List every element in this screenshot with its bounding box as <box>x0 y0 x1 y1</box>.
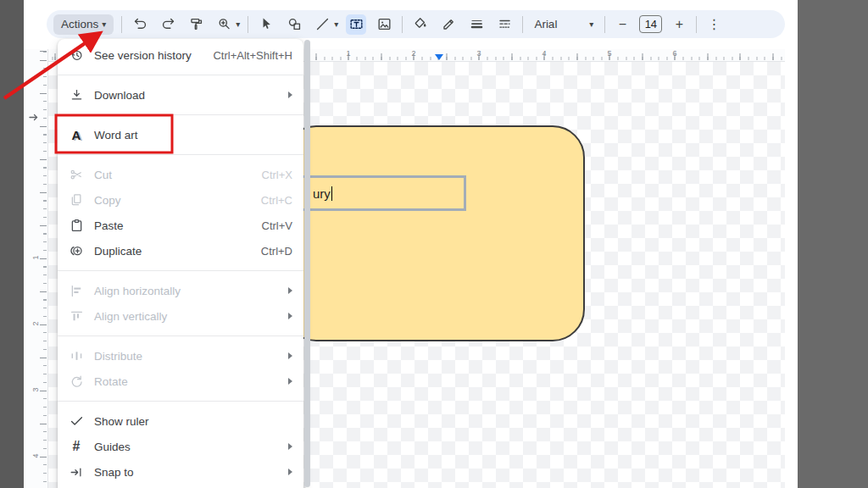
download-icon <box>68 86 85 103</box>
v-ruler-number: 1 <box>31 255 40 259</box>
menu-item-download[interactable]: Download <box>58 82 303 108</box>
google-drawing-app: ury 1 2 3 4 5 6 1 2 3 4 Actions ▾ ▾ <box>0 0 868 488</box>
rounded-rectangle-shape[interactable] <box>284 125 585 341</box>
menu-item-label: Download <box>94 89 281 102</box>
scissors-icon <box>68 166 85 183</box>
menu-shortcut: Ctrl+X <box>262 169 292 181</box>
border-weight-icon <box>469 16 485 32</box>
align-horizontal-icon <box>68 282 85 299</box>
redo-button[interactable] <box>158 14 178 35</box>
guides-glyph: # <box>73 440 81 453</box>
menu-divider <box>58 75 303 75</box>
v-ruler-number: 2 <box>31 321 40 325</box>
menu-item-show-ruler[interactable]: Show ruler <box>58 408 303 434</box>
rotate-icon <box>68 373 85 390</box>
line-tool[interactable]: ▾ <box>312 14 338 35</box>
copy-icon <box>68 191 85 208</box>
toolbar-divider <box>248 16 248 33</box>
actions-label: Actions <box>61 18 98 30</box>
menu-item-label: Duplicate <box>94 245 261 258</box>
align-vertical-icon <box>68 308 85 324</box>
menu-item-distribute[interactable]: Distribute <box>58 343 303 369</box>
menu-item-label: See version history <box>94 49 213 62</box>
menu-item-rotate[interactable]: Rotate <box>58 369 303 394</box>
textbox-text[interactable]: ury <box>313 186 332 201</box>
menu-item-word-art[interactable]: A Word art <box>58 122 303 147</box>
text-box-icon <box>348 16 364 32</box>
menu-item-label: Word art <box>94 129 292 141</box>
menu-item-duplicate[interactable]: Duplicate Ctrl+D <box>58 238 303 263</box>
border-dash-button[interactable] <box>494 14 515 35</box>
menu-item-label: Rotate <box>94 375 281 388</box>
v-ruler-position-marker <box>29 109 39 125</box>
caret-down-icon: ▾ <box>236 20 240 29</box>
shape-tool-button[interactable] <box>284 14 304 35</box>
undo-button[interactable] <box>130 14 150 35</box>
fill-color-button[interactable] <box>410 14 431 35</box>
h-ruler-number: 2 <box>411 49 415 58</box>
paint-bucket-icon <box>413 16 429 32</box>
submenu-arrow-icon <box>288 443 292 450</box>
menu-item-label: Cut <box>94 169 262 181</box>
pencil-icon <box>441 16 457 32</box>
right-letterbox <box>798 0 868 488</box>
shape-icon <box>287 16 303 32</box>
h-ruler-number: 5 <box>607 49 611 58</box>
zoom-tool[interactable]: ▾ <box>214 14 240 35</box>
snap-to-icon <box>68 463 85 480</box>
v-ruler-number: 3 <box>31 387 40 391</box>
border-weight-button[interactable] <box>466 14 487 35</box>
duplicate-icon <box>68 242 85 259</box>
menu-shortcut: Ctrl+Alt+Shift+H <box>213 49 292 62</box>
left-letterbox <box>0 0 24 488</box>
insert-image-button[interactable] <box>374 14 394 35</box>
cursor-icon <box>259 16 275 32</box>
menu-divider <box>58 154 303 155</box>
submenu-arrow-icon <box>288 352 292 359</box>
menu-item-copy[interactable]: Copy Ctrl+C <box>58 187 303 213</box>
menu-item-align-horizontally[interactable]: Align horizontally <box>58 278 303 303</box>
increase-font-size-button[interactable]: + <box>670 14 688 35</box>
menu-item-cut[interactable]: Cut Ctrl+X <box>58 162 303 187</box>
font-size-input[interactable]: 14 <box>639 15 662 33</box>
line-tool-button[interactable] <box>312 14 332 35</box>
menu-item-guides[interactable]: # Guides <box>58 434 303 459</box>
redo-icon <box>160 16 176 32</box>
clipboard-icon <box>68 217 85 234</box>
paint-format-button[interactable] <box>186 14 206 35</box>
h-ruler-number: 1 <box>346 49 350 58</box>
caret-down-icon: ▾ <box>102 20 106 29</box>
distribute-icon <box>68 347 85 364</box>
menu-item-align-vertically[interactable]: Align vertically <box>58 303 303 329</box>
text-box-tool-button[interactable] <box>346 14 366 35</box>
menu-divider <box>58 401 303 402</box>
submenu-arrow-icon <box>288 469 292 475</box>
text-cursor <box>331 186 333 201</box>
menu-item-see-version-history[interactable]: See version history Ctrl+Alt+Shift+H <box>58 42 303 68</box>
font-name-value: Arial <box>534 18 557 30</box>
font-family-select[interactable]: Arial ▾ <box>531 18 597 30</box>
menu-scrollbar[interactable] <box>304 40 310 487</box>
menu-divider <box>58 336 303 336</box>
menu-item-snap-to[interactable]: Snap to <box>58 459 303 485</box>
select-tool-button[interactable] <box>256 14 276 35</box>
caret-down-icon: ▾ <box>334 20 338 29</box>
v-ruler-major-ticks <box>40 49 47 488</box>
magnifier-icon <box>216 16 232 32</box>
textbox-text-value: ury <box>313 186 331 201</box>
border-color-button[interactable] <box>438 14 459 35</box>
menu-item-label: Copy <box>94 194 261 207</box>
menu-item-label: Distribute <box>94 350 281 363</box>
actions-menu-button[interactable]: Actions ▾ <box>53 14 114 35</box>
menu-item-label: Guides <box>94 441 281 453</box>
ruler-position-marker[interactable] <box>435 54 443 60</box>
zoom-button[interactable] <box>214 14 234 35</box>
submenu-arrow-icon <box>288 313 292 319</box>
menu-item-paste[interactable]: Paste Ctrl+V <box>58 213 303 238</box>
submenu-arrow-icon <box>288 378 292 385</box>
h-ruler-number: 3 <box>476 49 481 58</box>
toolbar-divider <box>696 16 697 33</box>
more-options-button[interactable]: ⋮ <box>704 14 723 35</box>
decrease-font-size-button[interactable]: − <box>613 14 632 35</box>
menu-item-label: Align vertically <box>94 310 281 323</box>
